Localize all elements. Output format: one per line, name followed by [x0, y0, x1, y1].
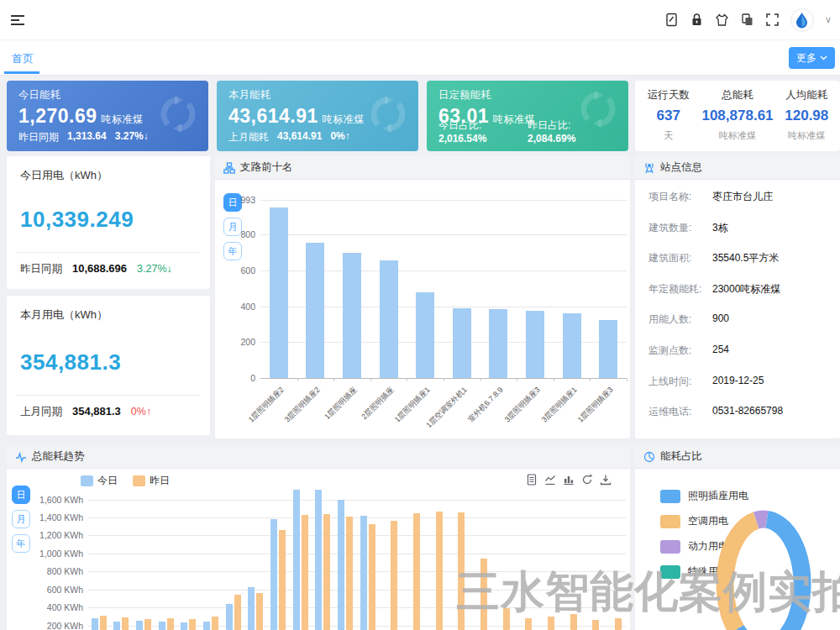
edit-note-icon[interactable] [664, 13, 679, 27]
more-button[interactable]: 更多 [789, 47, 835, 69]
trend-bar-today [338, 500, 344, 630]
trend-bar-yesterday [279, 530, 286, 630]
compare-value: 10,688.696 [72, 262, 127, 275]
site-info-row: 用能人数:900 [648, 312, 832, 327]
kpi-card-today-energy: 今日能耗 1,270.69吨标准煤 昨日同期 1,313.64 3.27%↓ [7, 81, 208, 151]
y-axis-tick-label: 800 KWh [28, 566, 83, 576]
fullscreen-icon[interactable] [765, 13, 780, 27]
site-info-label: 年定额能耗: [648, 282, 712, 297]
trend-bar-yesterday [346, 517, 353, 630]
trend-bar-today [226, 604, 233, 630]
site-info-row: 年定额能耗:23000吨标准煤 [648, 282, 832, 297]
chart-gridline [260, 200, 627, 201]
site-info-row: 监测点数:254 [648, 344, 832, 358]
card-title: 本月用电（kWh） [20, 307, 197, 323]
refresh-icon[interactable] [581, 474, 593, 486]
trend-bar-yesterday [570, 614, 577, 630]
trend-bar-yesterday [413, 513, 420, 630]
trend-bar-yesterday [458, 512, 465, 630]
kpi-card-month-energy: 本月能耗 43,614.91吨标准煤 上月能耗 43,614.91 0%↑ [217, 81, 418, 151]
pie-chart-icon [643, 451, 655, 463]
x-axis-tick [627, 378, 627, 381]
compare-pct: 3.27%↓ [137, 263, 172, 275]
panel-title: 总能耗趋势 [32, 449, 85, 464]
trend-bar-today [360, 516, 367, 630]
energy-ratio-panel: 能耗占比 照明插座用电空调用电动力用电特殊用电 [635, 445, 840, 630]
lock-icon[interactable] [690, 13, 704, 27]
period-button-年[interactable]: 年 [223, 242, 242, 260]
chevron-down-icon [820, 55, 827, 60]
compare-pct: 0%↑ [131, 406, 151, 417]
trend-bar-yesterday [100, 616, 107, 630]
y-axis-tick-label: 600 KWh [28, 585, 83, 595]
tab-bar: 首页 更多 [0, 40, 840, 76]
branch-bar [306, 243, 324, 378]
x-axis-tick [480, 378, 481, 381]
recycle-icon [366, 92, 410, 136]
y-axis-tick-label: 1,600 KWh [28, 495, 83, 505]
card-value: 10,339.249 [20, 207, 197, 233]
branch-bar [489, 309, 507, 378]
trend-bar-yesterday [503, 608, 510, 630]
legend-item-今日[interactable]: 今日 [81, 474, 118, 488]
bar-chart-icon[interactable] [563, 474, 575, 486]
site-info-value: 0531-82665798 [712, 405, 783, 419]
topbar-icon-group: ∨ [664, 8, 832, 32]
site-info-row: 上线时间:2019-12-25 [648, 375, 832, 389]
y-axis-tick-label: 400 [227, 302, 255, 312]
x-axis-tick [590, 378, 591, 381]
line-chart-icon[interactable] [544, 474, 556, 486]
today-electricity-card: 今日用电（kWh） 10,339.249 昨日同期 10,688.696 3.2… [7, 156, 210, 289]
trend-bar-today [315, 490, 322, 630]
trend-bar-yesterday [369, 524, 375, 630]
trend-bar-today [136, 621, 143, 630]
copy-icon[interactable] [740, 13, 754, 27]
trend-plot-area [88, 490, 626, 630]
trend-bar-yesterday [615, 618, 622, 630]
waterdrop-logo[interactable] [790, 8, 814, 32]
legend-swatch [133, 475, 145, 486]
x-axis-tick [407, 378, 407, 381]
site-info-value: 900 [712, 312, 729, 327]
site-info-value: 23000吨标准煤 [712, 282, 780, 297]
compare-value: 354,881.3 [72, 405, 121, 417]
download-icon[interactable] [600, 474, 612, 486]
trend-bar-yesterday [234, 595, 241, 630]
stat-running-days: 运行天数 637 天 [635, 81, 701, 151]
site-info-label: 用能人数: [648, 312, 712, 327]
y-axis-tick-label: 400 KWh [28, 602, 83, 612]
kpi-today-ratio: 今日占比: 2,016.54% [438, 118, 528, 144]
branch-bar [380, 260, 398, 378]
trend-bar-yesterday [122, 617, 129, 630]
trend-bar-yesterday [391, 521, 397, 630]
data-view-icon[interactable] [526, 474, 538, 486]
shirt-icon[interactable] [715, 13, 729, 27]
trend-bar-yesterday [436, 512, 443, 630]
site-info-value: 枣庄市台儿庄 [712, 190, 773, 204]
panel-title: 站点信息 [660, 160, 702, 175]
branch-bar [416, 292, 434, 378]
kpi-sub-value: 1,313.64 [67, 130, 107, 144]
site-info-label: 运维电话: [648, 405, 712, 419]
menu-toggle-icon[interactable] [8, 11, 27, 29]
x-axis-tick [297, 378, 298, 381]
kpi-card-daily-quota-energy: 日定额能耗 63.01吨标准煤 今日占比: 2,016.54% 昨日占比: 2,… [427, 81, 628, 151]
site-info-row: 运维电话:0531-82665798 [648, 405, 832, 419]
card-title: 今日用电（kWh） [20, 168, 197, 183]
kpi-sub-value: 43,614.91 [277, 130, 322, 144]
chart-gridline [260, 234, 627, 235]
tab-home[interactable]: 首页 [12, 51, 34, 66]
kpi-sub-label: 上月能耗 [228, 130, 269, 144]
site-info-value: 2019-12-25 [712, 375, 764, 389]
x-axis-tick [370, 378, 371, 381]
legend-item-昨日[interactable]: 昨日 [133, 474, 170, 488]
trend-bar-yesterday [212, 617, 218, 630]
site-info-row: 建筑数量:3栋 [648, 221, 832, 235]
site-info-value: 3栋 [712, 221, 728, 235]
chevron-down-icon[interactable]: ∨ [825, 14, 832, 25]
site-info-label: 监测点数: [648, 344, 712, 358]
x-axis-tick [517, 378, 517, 381]
stat-per-capita-energy: 人均能耗 120.98 吨标准煤 [774, 81, 840, 151]
energy-trend-panel: 总能耗趋势 今日昨日 日月年 200 KWh400 KWh600 KWh800 … [7, 445, 630, 630]
stat-total-energy: 总能耗 108,878.61 吨标准煤 [701, 81, 773, 151]
